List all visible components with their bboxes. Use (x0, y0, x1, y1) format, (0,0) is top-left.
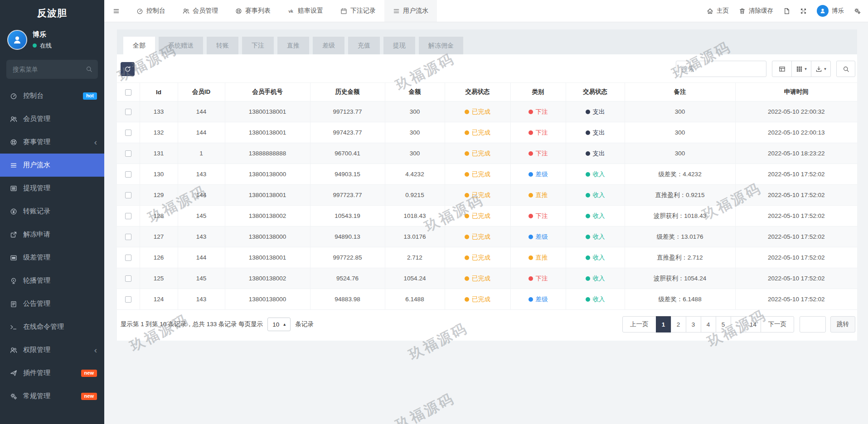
tab-6[interactable]: 充值 (348, 37, 380, 54)
tab-7[interactable]: 提现 (383, 37, 415, 54)
chevron-left-icon: ‹ (94, 138, 97, 146)
sidebar-item-online-command[interactable]: 在线命令管理 (0, 315, 104, 338)
user-menu[interactable]: 博乐 (817, 5, 844, 17)
column-header: 会员ID (178, 83, 225, 101)
sidebar-item-general[interactable]: 常规管理new (0, 385, 104, 408)
refresh-button[interactable] (121, 62, 135, 76)
topnav-user-flow[interactable]: 用户流水 (384, 0, 437, 22)
sidebar-item-carousel[interactable]: 轮播管理 (0, 269, 104, 292)
direction-badge: 支出 (586, 108, 605, 116)
direction-badge: 收入 (586, 295, 605, 304)
topbar-right: 主页 清除缓存 博乐 (707, 0, 868, 22)
row-checkbox[interactable] (125, 275, 131, 282)
fullscreen-icon[interactable] (800, 8, 807, 14)
topbar-nav: 控制台会员管理赛事列表vk赔率设置下注记录用户流水 (128, 0, 437, 22)
sidebar-search-input[interactable] (6, 60, 98, 79)
tab-0[interactable]: 全部 (123, 37, 155, 54)
clear-cache-link[interactable]: 清除缓存 (739, 7, 773, 15)
table-view-icon (779, 66, 786, 72)
column-header: 交易状态 (566, 83, 625, 101)
caret-down-icon: ▾ (805, 67, 807, 71)
sidebar-item-matches[interactable]: 赛事管理‹ (0, 130, 104, 154)
search-button[interactable] (836, 61, 855, 77)
row-checkbox[interactable] (125, 296, 131, 303)
page-button-2[interactable]: 2 (671, 316, 686, 332)
tab-8[interactable]: 解冻佣金 (419, 37, 463, 54)
user-name: 博乐 (33, 30, 52, 39)
next-page-button[interactable]: 下一页 (761, 316, 795, 332)
direction-badge: 支出 (586, 129, 605, 137)
sidebar-item-withdrawals[interactable]: 提现管理 (0, 177, 104, 200)
trade-status-badge: 已完成 (465, 275, 490, 283)
tab-2[interactable]: 转账 (207, 37, 238, 54)
jump-button[interactable]: 跳转 (830, 316, 855, 332)
row-checkbox[interactable] (125, 109, 131, 115)
column-header: 金额 (385, 83, 445, 101)
row-checkbox[interactable] (125, 213, 131, 219)
jump-page-input[interactable] (800, 316, 826, 332)
row-checkbox[interactable] (125, 234, 131, 240)
settings-gears-icon[interactable] (854, 8, 861, 14)
page-button-14[interactable]: 14 (746, 316, 761, 332)
sidebar-item-console[interactable]: 控制台hot (0, 84, 104, 107)
topnav-console[interactable]: 控制台 (128, 0, 174, 22)
sidebar-item-transfers[interactable]: 转账记录 (0, 200, 104, 223)
page-button-4[interactable]: 4 (701, 316, 716, 332)
tab-3[interactable]: 下注 (242, 37, 274, 54)
sidebar-item-level-diff[interactable]: 级差管理 (0, 246, 104, 269)
export-button[interactable]: ▾ (811, 61, 831, 77)
export-icon (815, 66, 822, 72)
tab-5[interactable]: 差级 (313, 37, 344, 54)
sidebar-item-members[interactable]: 会员管理 (0, 107, 104, 130)
column-header: 备注 (625, 83, 735, 101)
sidebar-item-notices[interactable]: 公告管理 (0, 292, 104, 315)
row-checkbox[interactable] (125, 171, 131, 178)
table-row: 12914413800138001997723.770.9215已完成直推收入直… (117, 185, 857, 206)
direction-badge: 收入 (586, 212, 605, 220)
content-area: 全部系统赠送转账下注直推差级充值提现解冻佣金 ▾ ▾ (104, 22, 868, 424)
category-badge: 差级 (529, 295, 548, 304)
caret-up-icon: ▴ (283, 322, 286, 327)
hot-badge: hot (83, 92, 97, 100)
topnav-bet-records[interactable]: 下注记录 (332, 0, 384, 22)
pagination-view-button[interactable] (772, 61, 792, 77)
home-link[interactable]: 主页 (707, 7, 729, 15)
table-row: 1301431380013800094903.154.4232已完成差级收入级差… (117, 164, 857, 185)
table-footer: 显示第 1 到第 10 条记录，总共 133 条记录 每页显示 10 ▴ 条记录… (117, 310, 857, 335)
sidebar-item-unfreeze[interactable]: 解冻申请 (0, 223, 104, 246)
filter-tabs: 全部系统赠送转账下注直推差级充值提现解冻佣金 (117, 29, 857, 54)
prev-page-button[interactable]: 上一页 (622, 316, 656, 332)
select-all-checkbox[interactable] (125, 89, 131, 96)
topnav-members[interactable]: 会员管理 (174, 0, 227, 22)
row-checkbox[interactable] (125, 150, 131, 157)
tab-1[interactable]: 系统赠送 (159, 37, 203, 54)
table-row: 13214413800138001997423.77300已完成下注支出3002… (117, 122, 857, 143)
page-ellipsis: ... (731, 316, 746, 332)
language-icon[interactable] (783, 8, 790, 14)
page-button-1[interactable]: 1 (656, 316, 671, 332)
sidebar-item-plugins[interactable]: 插件管理new (0, 361, 104, 385)
column-header: 类别 (510, 83, 566, 101)
sidebar-item-user-flow[interactable]: 用户流水 (0, 154, 104, 177)
columns-button[interactable]: ▾ (791, 61, 811, 77)
page-button-5[interactable]: 5 (716, 316, 731, 332)
topnav-odds[interactable]: vk赔率设置 (279, 0, 332, 22)
category-badge: 下注 (529, 275, 548, 283)
avatar-icon (817, 5, 829, 17)
topnav-match-list[interactable]: 赛事列表 (227, 0, 279, 22)
tab-4[interactable]: 直推 (277, 37, 309, 54)
direction-badge: 收入 (586, 233, 605, 241)
row-checkbox[interactable] (125, 192, 131, 198)
row-checkbox[interactable] (125, 255, 131, 261)
row-checkbox[interactable] (125, 130, 131, 136)
sidebar-toggle-icon[interactable] (104, 0, 128, 22)
user-avatar-icon[interactable] (7, 30, 27, 50)
sidebar-item-permissions[interactable]: 权限管理‹ (0, 338, 104, 361)
table-row: 12614413800138001997722.852.712已完成直推收入直推… (117, 247, 857, 268)
page-button-3[interactable]: 3 (686, 316, 701, 332)
page-size-select[interactable]: 10 ▴ (267, 318, 291, 331)
trade-status-badge: 已完成 (465, 191, 490, 199)
table-search-input[interactable] (676, 61, 766, 77)
category-badge: 下注 (529, 129, 548, 137)
app-window: 反波胆 博乐 在线 控制台hot会员管理赛事管理‹用户流水提现管理转账记录解冻申… (0, 0, 868, 424)
